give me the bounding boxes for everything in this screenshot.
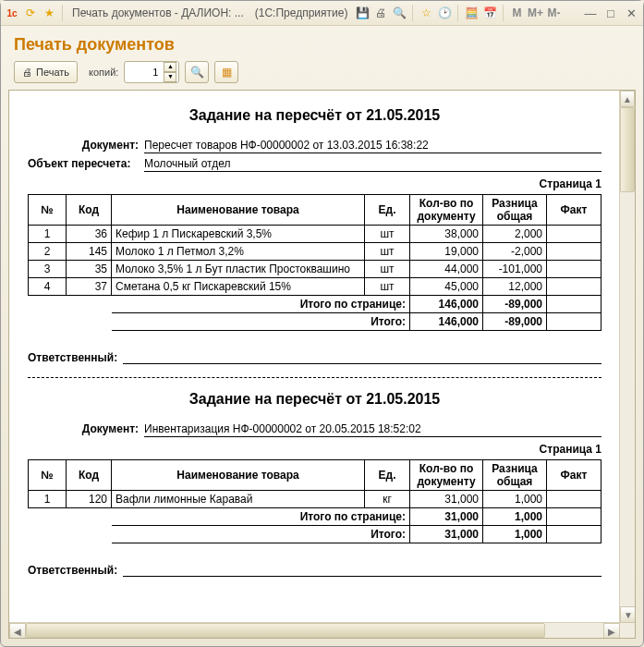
data-table: № Код Наименование товара Ед. Кол-во по …	[28, 459, 601, 543]
memory-m-icon[interactable]: M	[509, 6, 524, 20]
horizontal-scrollbar[interactable]: ◀ ▶	[9, 622, 620, 638]
vertical-scroll-thumb[interactable]	[620, 107, 635, 192]
history-icon[interactable]: 🕑	[437, 6, 452, 20]
page-number: Страница 1	[28, 177, 601, 190]
window-title: Печать документов - ДАЛИОН: ...	[72, 6, 244, 19]
responsible-row: Ответственный:	[28, 564, 601, 577]
content-header: Печать документов	[1, 26, 643, 58]
total-row: Итого: 31,000 1,000	[29, 526, 601, 543]
print-button-label: Печать	[36, 67, 69, 78]
document-label: Документ:	[28, 139, 144, 153]
app-window: 1c ⟳ ★ Печать документов - ДАЛИОН: ... (…	[0, 0, 644, 647]
copies-up-button[interactable]: ▲	[164, 62, 176, 72]
document-label: Документ:	[28, 422, 144, 437]
document-value: Инвентаризация НФ-00000002 от 20.05.2015…	[144, 422, 601, 437]
app-logo-icon: 1c	[5, 6, 19, 20]
table-row: 2 145 Молоко 1 л Петмол 3,2% шт 19,000 -…	[29, 243, 601, 261]
printer-icon: 🖨	[22, 67, 32, 78]
page-total-row: Итого по странице: 31,000 1,000	[29, 508, 601, 526]
table-row: 3 35 Молоко 3,5% 1 л Бут пластик Просток…	[29, 261, 601, 278]
document-scroll[interactable]: Задание на пересчёт от 21.05.2015 Докуме…	[9, 91, 620, 623]
magnifier-icon: 🔍	[190, 66, 204, 79]
toolbar: 🖨 Печать копий: ▲ ▼ 🔍 ▦	[1, 58, 643, 86]
grid-icon: ▦	[222, 66, 232, 79]
table-header-row: № Код Наименование товара Ед. Кол-во по …	[29, 195, 601, 226]
scroll-up-button[interactable]: ▲	[620, 91, 635, 107]
page-total-row: Итого по странице: 146,000 -89,000	[29, 296, 601, 313]
report-title: Задание на пересчёт от 21.05.2015	[28, 107, 601, 124]
print-button[interactable]: 🖨 Печать	[14, 61, 78, 83]
memory-minus-icon[interactable]: M-	[546, 6, 561, 20]
object-label: Объект пересчета:	[28, 157, 144, 172]
close-button[interactable]: ✕	[623, 6, 639, 20]
responsible-line	[123, 351, 601, 364]
page-title: Печать документов	[14, 35, 630, 55]
responsible-line	[123, 564, 601, 577]
object-value: Молочный отдел	[144, 157, 601, 172]
copies-down-button[interactable]: ▼	[164, 72, 176, 82]
document-area: Задание на пересчёт от 21.05.2015 Докуме…	[8, 90, 636, 639]
settings-button[interactable]: ▦	[214, 61, 238, 83]
scroll-left-button[interactable]: ◀	[9, 623, 26, 639]
horizontal-scroll-thumb[interactable]	[26, 623, 545, 638]
page-number: Страница 1	[28, 443, 601, 456]
star-icon[interactable]: ★	[42, 6, 56, 20]
report-section: Задание на пересчёт от 21.05.2015 Докуме…	[28, 391, 601, 577]
responsible-label: Ответственный:	[28, 564, 123, 577]
refresh-icon[interactable]: ⟳	[23, 6, 38, 20]
window-context: (1С:Предприятие)	[255, 6, 348, 19]
report-title: Задание на пересчёт от 21.05.2015	[28, 391, 601, 408]
memory-plus-icon[interactable]: M+	[528, 6, 542, 20]
report-section: Задание на пересчёт от 21.05.2015 Докуме…	[28, 107, 601, 364]
scroll-corner	[620, 623, 635, 638]
maximize-button[interactable]: □	[602, 6, 619, 20]
calculator-icon[interactable]: 🧮	[464, 6, 479, 20]
total-row: Итого: 146,000 -89,000	[29, 313, 601, 331]
favorite-icon[interactable]: ☆	[419, 6, 433, 20]
print-icon[interactable]: 🖨	[373, 6, 388, 20]
zoom-button[interactable]: 🔍	[185, 61, 209, 83]
table-row: 1 36 Кефир 1 л Пискаревский 3,5% шт 38,0…	[29, 226, 601, 243]
document-value: Пересчет товаров НФ-00000002 от 13.03.20…	[144, 139, 601, 153]
calendar-icon[interactable]: 📅	[482, 6, 497, 20]
table-header-row: № Код Наименование товара Ед. Кол-во по …	[29, 460, 601, 491]
data-table: № Код Наименование товара Ед. Кол-во по …	[28, 194, 601, 331]
scroll-down-button[interactable]: ▼	[620, 606, 636, 623]
section-separator	[28, 377, 601, 378]
responsible-row: Ответственный:	[28, 351, 601, 364]
copies-stepper[interactable]: ▲ ▼	[124, 61, 179, 83]
scroll-right-button[interactable]: ▶	[603, 623, 620, 639]
responsible-label: Ответственный:	[28, 351, 123, 364]
copies-input[interactable]	[130, 66, 160, 79]
save-icon[interactable]: 💾	[355, 6, 370, 20]
table-row: 1 120 Вафли лимонные Каравай кг 31,000 1…	[29, 491, 601, 508]
vertical-scrollbar[interactable]: ▲ ▼	[619, 91, 635, 623]
preview-icon[interactable]: 🔍	[392, 6, 407, 20]
table-row: 4 37 Сметана 0,5 кг Пискаревский 15% шт …	[29, 278, 601, 296]
minimize-button[interactable]: —	[582, 6, 599, 20]
titlebar: 1c ⟳ ★ Печать документов - ДАЛИОН: ... (…	[1, 1, 643, 26]
copies-label: копий:	[89, 67, 118, 78]
